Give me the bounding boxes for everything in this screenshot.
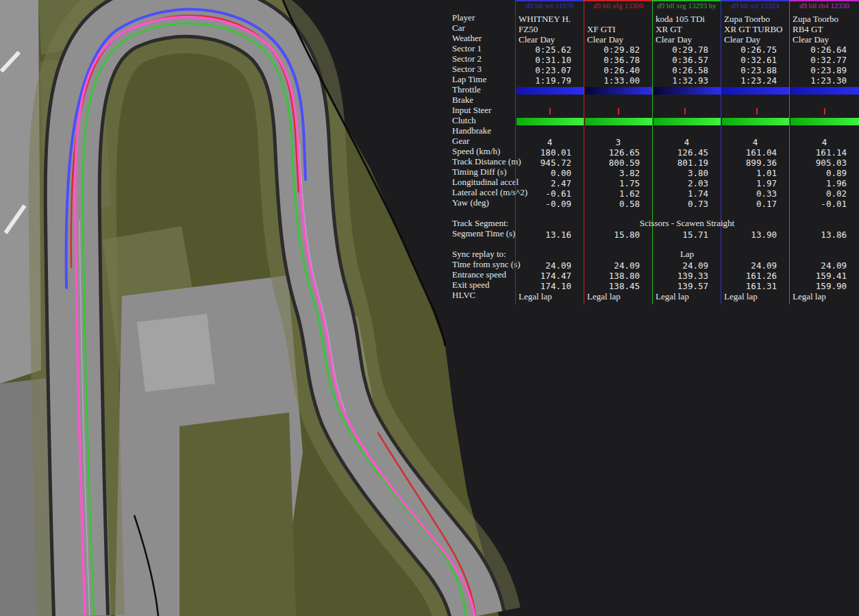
cell-hlvc: Legal lap	[721, 291, 789, 301]
cell-lap_time: 1:33.00	[584, 75, 652, 86]
cell-gear: 4	[721, 137, 789, 147]
cell-gear: 3	[584, 137, 652, 147]
replay-header[interactable]: d9 bll xfg 13300	[584, 1, 652, 11]
cell-time_from_sync: 24.09	[584, 260, 652, 271]
cell-weather: Clear Day	[790, 34, 859, 45]
cell-speed: 161.04	[721, 147, 789, 158]
cell-track_distance: 905.03	[790, 158, 859, 168]
cell-sector2: 0:36.78	[584, 55, 652, 65]
cell-long_accel: 1.97	[721, 178, 789, 188]
cell-yaw: 0.17	[721, 199, 789, 209]
cell-timing_diff: 0.89	[790, 168, 859, 178]
cell-sector1: 0:29.78	[653, 45, 721, 55]
throttle-bar	[722, 87, 789, 95]
row-label: Yaw (deg)	[452, 197, 489, 208]
cell-yaw: 0.58	[584, 199, 652, 209]
cell-lat_accel: 0.02	[790, 188, 859, 199]
cell-segment_time: 15.80	[584, 230, 652, 240]
row-label: Car	[452, 23, 465, 33]
cell-player	[584, 14, 652, 24]
terrain-patch	[137, 314, 215, 392]
cell-exit_speed: 159.90	[790, 281, 859, 291]
row-label: Segment Time (s)	[452, 228, 515, 238]
cell-speed: 161.14	[790, 147, 859, 158]
cell-long_accel: 1.75	[584, 178, 652, 188]
cell-player: Zupa Toorbo	[790, 14, 859, 24]
replay-header[interactable]: d9 bll rb4 12330	[790, 1, 859, 11]
cell-timing_diff: 3.82	[584, 168, 652, 178]
cell-car: RB4 GT	[790, 24, 859, 34]
row-label: Exit speed	[452, 280, 490, 290]
row-label: Sync replay to:	[452, 249, 506, 259]
cell-time_from_sync: 24.09	[653, 260, 721, 271]
clutch-bar	[722, 118, 789, 125]
row-label: Sector 3	[452, 64, 482, 74]
replay-header[interactable]: d9 bll xrt 12324	[721, 1, 789, 11]
cell-lap_time: 1:23.30	[790, 75, 859, 86]
cell-timing_diff: 1.01	[721, 168, 789, 178]
cell-track_distance: 800.59	[584, 158, 652, 168]
cell-car: FZ50	[516, 24, 584, 34]
replay-header[interactable]: d9 bll xrg 13293 hy	[653, 1, 721, 11]
row-label: Track Segment:	[452, 218, 508, 228]
cell-entrance_speed: 174.47	[516, 271, 584, 281]
row-label: Speed (km/h)	[452, 146, 500, 156]
cell-lat_accel: -0.61	[516, 188, 584, 199]
cell-lat_accel: 1.62	[584, 188, 652, 199]
row-label: Weather	[452, 33, 482, 43]
cell-player: WHITNEY H.	[516, 14, 584, 24]
cell-lap_time: 1:19.79	[516, 75, 584, 86]
steer-tick	[618, 108, 619, 114]
row-label: Handbrake	[452, 125, 491, 136]
cell-weather: Clear Day	[516, 34, 584, 45]
cell-yaw: -0.09	[516, 199, 584, 209]
cell-sector3: 0:26.58	[653, 65, 721, 75]
replay-analyzer-window: PlayerCarWeatherSector 1Sector 2Sector 3…	[0, 0, 859, 616]
steer-tick	[684, 108, 686, 114]
cell-sector1: 0:26.64	[790, 45, 859, 55]
track-segment-value: Scissors - Scawen Straight	[515, 218, 859, 228]
cell-sector3: 0:23.89	[790, 65, 859, 75]
cell-weather: Clear Day	[721, 34, 789, 45]
cell-sector2: 0:36.57	[653, 55, 721, 65]
cell-exit_speed: 161.31	[721, 281, 789, 291]
cell-hlvc: Legal lap	[584, 291, 652, 301]
cell-hlvc: Legal lap	[653, 291, 721, 301]
cell-lat_accel: 1.74	[653, 188, 721, 199]
row-label: Entrance speed	[452, 269, 506, 280]
row-label: Brake	[452, 95, 473, 105]
cell-track_distance: 801.19	[653, 158, 721, 168]
telemetry-panel: PlayerCarWeatherSector 1Sector 2Sector 3…	[449, 0, 859, 308]
cell-sector1: 0:26.75	[721, 45, 789, 55]
cell-timing_diff: 3.80	[653, 168, 721, 178]
cell-lap_time: 1:32.93	[653, 75, 721, 86]
row-label: Time from sync (s)	[452, 259, 521, 269]
cell-exit_speed: 174.10	[516, 281, 584, 291]
row-label: Sector 1	[452, 43, 482, 53]
cell-sector2: 0:31.10	[516, 55, 584, 65]
cell-sector2: 0:32.77	[790, 55, 859, 65]
cell-speed: 180.01	[516, 147, 584, 158]
replay-header[interactable]: d9 bll xrt 11970	[516, 1, 584, 11]
cell-lap_time: 1:23.24	[721, 75, 789, 86]
cell-lat_accel: 0.33	[721, 188, 789, 199]
cell-yaw: -0.01	[790, 199, 859, 209]
row-label: Longitudinal accel	[452, 177, 519, 187]
row-label: Throttle	[452, 84, 481, 95]
cell-player: koda 105 TDi	[653, 14, 721, 24]
row-label: HLVC	[452, 290, 475, 300]
cell-segment_time: 15.71	[653, 230, 721, 240]
throttle-bar	[585, 87, 652, 95]
row-label: Player	[452, 12, 475, 23]
cell-weather: Clear Day	[584, 34, 652, 45]
clutch-bar	[653, 118, 721, 125]
cell-time_from_sync: 24.09	[790, 260, 859, 271]
row-label: Lap Time	[452, 74, 486, 84]
cell-timing_diff: 0.00	[516, 168, 584, 178]
throttle-bar	[790, 87, 859, 95]
cell-sector3: 0:23.07	[516, 65, 584, 75]
cell-entrance_speed: 138.80	[584, 271, 652, 281]
cell-time_from_sync: 24.09	[516, 260, 584, 271]
throttle-bar	[653, 87, 721, 95]
cell-sector3: 0:26.40	[584, 65, 652, 75]
